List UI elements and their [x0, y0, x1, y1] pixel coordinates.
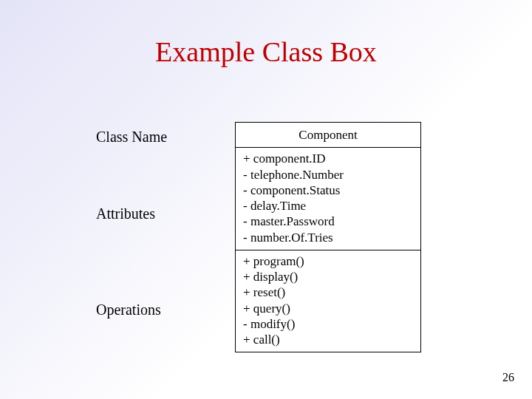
label-attributes: Attributes [96, 205, 155, 222]
uml-operation-line: - modify() [243, 316, 413, 332]
uml-attribute-line: - telephone.Number [243, 167, 413, 183]
uml-attribute-line: - delay.Time [243, 198, 413, 214]
uml-operation-line: + call() [243, 332, 413, 347]
label-class-name: Class Name [96, 129, 167, 146]
uml-class-box: Component + component.ID- telephone.Numb… [235, 122, 421, 352]
uml-class-name: Component [299, 128, 357, 142]
uml-operations-compartment: + program()+ display()+ reset()+ query()… [236, 250, 420, 352]
uml-attribute-line: - component.Status [243, 183, 413, 198]
uml-attribute-line: + component.ID [243, 151, 413, 166]
uml-operation-line: + reset() [243, 284, 413, 300]
label-operations: Operations [96, 301, 161, 318]
uml-operation-line: + display() [243, 269, 413, 284]
uml-attribute-line: - number.Of.Tries [243, 230, 413, 245]
uml-attribute-line: - master.Password [243, 214, 413, 229]
uml-operation-line: + query() [243, 301, 413, 316]
uml-class-name-compartment: Component [236, 123, 420, 147]
page-number: 26 [502, 371, 514, 384]
uml-operation-line: + program() [243, 253, 413, 269]
uml-attributes-compartment: + component.ID- telephone.Number- compon… [236, 147, 420, 250]
slide-title: Example Class Box [0, 35, 532, 68]
